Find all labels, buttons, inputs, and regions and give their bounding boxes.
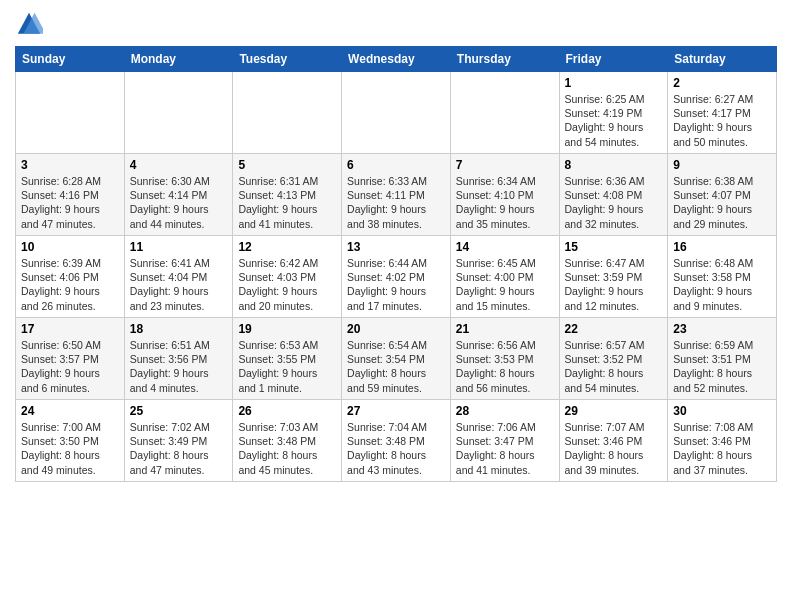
calendar-cell: 6Sunrise: 6:33 AM Sunset: 4:11 PM Daylig… xyxy=(342,154,451,236)
calendar-cell: 5Sunrise: 6:31 AM Sunset: 4:13 PM Daylig… xyxy=(233,154,342,236)
day-info: Sunrise: 6:34 AM Sunset: 4:10 PM Dayligh… xyxy=(456,174,554,231)
day-number: 11 xyxy=(130,240,228,254)
day-number: 6 xyxy=(347,158,445,172)
calendar-cell: 20Sunrise: 6:54 AM Sunset: 3:54 PM Dayli… xyxy=(342,318,451,400)
calendar-cell: 23Sunrise: 6:59 AM Sunset: 3:51 PM Dayli… xyxy=(668,318,777,400)
day-number: 2 xyxy=(673,76,771,90)
day-number: 5 xyxy=(238,158,336,172)
day-info: Sunrise: 7:00 AM Sunset: 3:50 PM Dayligh… xyxy=(21,420,119,477)
day-info: Sunrise: 6:36 AM Sunset: 4:08 PM Dayligh… xyxy=(565,174,663,231)
day-number: 25 xyxy=(130,404,228,418)
calendar-cell: 10Sunrise: 6:39 AM Sunset: 4:06 PM Dayli… xyxy=(16,236,125,318)
day-info: Sunrise: 7:06 AM Sunset: 3:47 PM Dayligh… xyxy=(456,420,554,477)
calendar-week-row: 3Sunrise: 6:28 AM Sunset: 4:16 PM Daylig… xyxy=(16,154,777,236)
day-info: Sunrise: 6:44 AM Sunset: 4:02 PM Dayligh… xyxy=(347,256,445,313)
calendar-table: SundayMondayTuesdayWednesdayThursdayFrid… xyxy=(15,46,777,482)
calendar-cell: 25Sunrise: 7:02 AM Sunset: 3:49 PM Dayli… xyxy=(124,400,233,482)
day-number: 27 xyxy=(347,404,445,418)
calendar-week-row: 10Sunrise: 6:39 AM Sunset: 4:06 PM Dayli… xyxy=(16,236,777,318)
calendar-cell: 3Sunrise: 6:28 AM Sunset: 4:16 PM Daylig… xyxy=(16,154,125,236)
calendar-cell: 21Sunrise: 6:56 AM Sunset: 3:53 PM Dayli… xyxy=(450,318,559,400)
calendar-cell xyxy=(450,72,559,154)
day-number: 30 xyxy=(673,404,771,418)
day-info: Sunrise: 6:47 AM Sunset: 3:59 PM Dayligh… xyxy=(565,256,663,313)
calendar-cell: 8Sunrise: 6:36 AM Sunset: 4:08 PM Daylig… xyxy=(559,154,668,236)
day-number: 26 xyxy=(238,404,336,418)
day-info: Sunrise: 6:54 AM Sunset: 3:54 PM Dayligh… xyxy=(347,338,445,395)
day-info: Sunrise: 7:02 AM Sunset: 3:49 PM Dayligh… xyxy=(130,420,228,477)
day-info: Sunrise: 6:28 AM Sunset: 4:16 PM Dayligh… xyxy=(21,174,119,231)
logo xyxy=(15,10,47,38)
calendar-cell: 14Sunrise: 6:45 AM Sunset: 4:00 PM Dayli… xyxy=(450,236,559,318)
calendar-cell: 7Sunrise: 6:34 AM Sunset: 4:10 PM Daylig… xyxy=(450,154,559,236)
calendar-cell: 11Sunrise: 6:41 AM Sunset: 4:04 PM Dayli… xyxy=(124,236,233,318)
calendar-week-row: 24Sunrise: 7:00 AM Sunset: 3:50 PM Dayli… xyxy=(16,400,777,482)
calendar-cell: 18Sunrise: 6:51 AM Sunset: 3:56 PM Dayli… xyxy=(124,318,233,400)
day-info: Sunrise: 7:04 AM Sunset: 3:48 PM Dayligh… xyxy=(347,420,445,477)
day-number: 12 xyxy=(238,240,336,254)
calendar-cell: 27Sunrise: 7:04 AM Sunset: 3:48 PM Dayli… xyxy=(342,400,451,482)
day-number: 15 xyxy=(565,240,663,254)
day-info: Sunrise: 6:25 AM Sunset: 4:19 PM Dayligh… xyxy=(565,92,663,149)
day-number: 19 xyxy=(238,322,336,336)
calendar-cell: 9Sunrise: 6:38 AM Sunset: 4:07 PM Daylig… xyxy=(668,154,777,236)
day-number: 3 xyxy=(21,158,119,172)
calendar-cell: 17Sunrise: 6:50 AM Sunset: 3:57 PM Dayli… xyxy=(16,318,125,400)
calendar-cell xyxy=(233,72,342,154)
day-number: 21 xyxy=(456,322,554,336)
day-info: Sunrise: 7:03 AM Sunset: 3:48 PM Dayligh… xyxy=(238,420,336,477)
calendar-cell: 15Sunrise: 6:47 AM Sunset: 3:59 PM Dayli… xyxy=(559,236,668,318)
calendar-cell xyxy=(16,72,125,154)
calendar-week-row: 1Sunrise: 6:25 AM Sunset: 4:19 PM Daylig… xyxy=(16,72,777,154)
day-info: Sunrise: 6:38 AM Sunset: 4:07 PM Dayligh… xyxy=(673,174,771,231)
day-info: Sunrise: 7:08 AM Sunset: 3:46 PM Dayligh… xyxy=(673,420,771,477)
day-number: 10 xyxy=(21,240,119,254)
day-info: Sunrise: 6:48 AM Sunset: 3:58 PM Dayligh… xyxy=(673,256,771,313)
day-number: 1 xyxy=(565,76,663,90)
weekday-header: Thursday xyxy=(450,47,559,72)
day-number: 24 xyxy=(21,404,119,418)
weekday-header: Tuesday xyxy=(233,47,342,72)
day-number: 7 xyxy=(456,158,554,172)
calendar-week-row: 17Sunrise: 6:50 AM Sunset: 3:57 PM Dayli… xyxy=(16,318,777,400)
day-number: 4 xyxy=(130,158,228,172)
calendar-cell: 12Sunrise: 6:42 AM Sunset: 4:03 PM Dayli… xyxy=(233,236,342,318)
calendar-cell: 22Sunrise: 6:57 AM Sunset: 3:52 PM Dayli… xyxy=(559,318,668,400)
day-number: 23 xyxy=(673,322,771,336)
day-info: Sunrise: 6:39 AM Sunset: 4:06 PM Dayligh… xyxy=(21,256,119,313)
calendar-cell: 4Sunrise: 6:30 AM Sunset: 4:14 PM Daylig… xyxy=(124,154,233,236)
day-number: 9 xyxy=(673,158,771,172)
calendar-cell: 19Sunrise: 6:53 AM Sunset: 3:55 PM Dayli… xyxy=(233,318,342,400)
day-info: Sunrise: 6:56 AM Sunset: 3:53 PM Dayligh… xyxy=(456,338,554,395)
weekday-header: Sunday xyxy=(16,47,125,72)
calendar-cell: 1Sunrise: 6:25 AM Sunset: 4:19 PM Daylig… xyxy=(559,72,668,154)
day-number: 16 xyxy=(673,240,771,254)
calendar-header-row: SundayMondayTuesdayWednesdayThursdayFrid… xyxy=(16,47,777,72)
calendar-cell: 29Sunrise: 7:07 AM Sunset: 3:46 PM Dayli… xyxy=(559,400,668,482)
day-number: 13 xyxy=(347,240,445,254)
page-header xyxy=(15,10,777,38)
weekday-header: Monday xyxy=(124,47,233,72)
calendar-cell xyxy=(342,72,451,154)
calendar-cell: 2Sunrise: 6:27 AM Sunset: 4:17 PM Daylig… xyxy=(668,72,777,154)
day-number: 20 xyxy=(347,322,445,336)
day-number: 14 xyxy=(456,240,554,254)
calendar-cell xyxy=(124,72,233,154)
weekday-header: Wednesday xyxy=(342,47,451,72)
day-info: Sunrise: 6:41 AM Sunset: 4:04 PM Dayligh… xyxy=(130,256,228,313)
day-info: Sunrise: 6:33 AM Sunset: 4:11 PM Dayligh… xyxy=(347,174,445,231)
day-info: Sunrise: 6:53 AM Sunset: 3:55 PM Dayligh… xyxy=(238,338,336,395)
day-info: Sunrise: 6:27 AM Sunset: 4:17 PM Dayligh… xyxy=(673,92,771,149)
weekday-header: Saturday xyxy=(668,47,777,72)
day-number: 17 xyxy=(21,322,119,336)
day-number: 22 xyxy=(565,322,663,336)
calendar-cell: 13Sunrise: 6:44 AM Sunset: 4:02 PM Dayli… xyxy=(342,236,451,318)
day-info: Sunrise: 6:50 AM Sunset: 3:57 PM Dayligh… xyxy=(21,338,119,395)
day-number: 8 xyxy=(565,158,663,172)
day-number: 18 xyxy=(130,322,228,336)
calendar-cell: 24Sunrise: 7:00 AM Sunset: 3:50 PM Dayli… xyxy=(16,400,125,482)
day-info: Sunrise: 6:45 AM Sunset: 4:00 PM Dayligh… xyxy=(456,256,554,313)
calendar-cell: 26Sunrise: 7:03 AM Sunset: 3:48 PM Dayli… xyxy=(233,400,342,482)
day-number: 28 xyxy=(456,404,554,418)
day-info: Sunrise: 6:42 AM Sunset: 4:03 PM Dayligh… xyxy=(238,256,336,313)
